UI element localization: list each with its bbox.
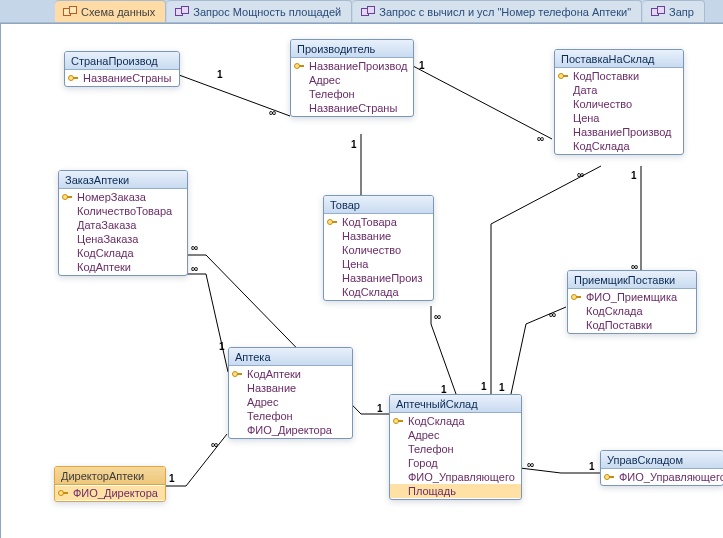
field[interactable]: Город	[390, 456, 521, 470]
field[interactable]: КодСклада	[555, 139, 683, 153]
field[interactable]: Количество	[555, 97, 683, 111]
field[interactable]: КодАптеки	[229, 367, 352, 381]
entity-title: ПоставкаНаСклад	[555, 50, 683, 68]
fields: ФИО_Управляющего	[601, 469, 723, 485]
field[interactable]: Адрес	[291, 73, 413, 87]
cardinality-many: ∞	[269, 107, 276, 118]
cardinality-one: 1	[419, 60, 425, 71]
field[interactable]: ФИО_Управляющего	[601, 470, 723, 484]
fields: НазваниеСтраны	[65, 70, 179, 86]
query-icon	[361, 6, 375, 18]
field[interactable]: НазваниеПроиз	[324, 271, 433, 285]
field[interactable]: НазваниеСтраны	[65, 71, 179, 85]
cardinality-many: ∞	[577, 169, 584, 180]
field[interactable]: ФИО_Приемщика	[568, 290, 696, 304]
entity-postavka-na-sklad[interactable]: ПоставкаНаСклад КодПоставки Дата Количес…	[554, 49, 684, 155]
query-icon	[651, 6, 665, 18]
entity-zakaz-apteki[interactable]: ЗаказАптеки НомерЗаказа КоличествоТовара…	[58, 170, 188, 276]
fields: КодПоставки Дата Количество Цена Названи…	[555, 68, 683, 154]
fields: ФИО_Приемщика КодСклада КодПоставки	[568, 289, 696, 333]
field-selected[interactable]: ФИО_Директора	[55, 486, 165, 500]
key-icon	[571, 291, 583, 303]
entity-strana-proizvod[interactable]: СтранаПроизвод НазваниеСтраны	[64, 51, 180, 87]
field[interactable]: Адрес	[390, 428, 521, 442]
field[interactable]: НазваниеПроизвод	[555, 125, 683, 139]
field[interactable]: ФИО_Управляющего	[390, 470, 521, 484]
tab-relationships[interactable]: Схема данных	[55, 0, 166, 22]
tab-label: Запр	[669, 6, 694, 18]
key-icon	[68, 72, 80, 84]
cardinality-one: 1	[499, 382, 505, 393]
entity-title: ПриемщикПоставки	[568, 271, 696, 289]
tab-query-1[interactable]: Запрос Мощность площадей	[167, 0, 352, 22]
cardinality-one: 1	[169, 473, 175, 484]
field[interactable]: Цена	[555, 111, 683, 125]
tab-label: Запрос Мощность площадей	[193, 6, 341, 18]
field[interactable]: КодТовара	[324, 215, 433, 229]
fields: НазваниеПроизвод Адрес Телефон НазваниеС…	[291, 58, 413, 116]
tab-query-3[interactable]: Запр	[643, 0, 705, 22]
cardinality-many: ∞	[191, 242, 198, 253]
key-icon	[294, 60, 306, 72]
field[interactable]: КоличествоТовара	[59, 204, 187, 218]
field[interactable]: КодАптеки	[59, 260, 187, 274]
field[interactable]: ЦенаЗаказа	[59, 232, 187, 246]
key-icon	[232, 368, 244, 380]
field[interactable]: Количество	[324, 243, 433, 257]
field[interactable]: Адрес	[229, 395, 352, 409]
key-icon	[558, 70, 570, 82]
field[interactable]: Телефон	[229, 409, 352, 423]
entity-title: ЗаказАптеки	[59, 171, 187, 189]
fields: КодАптеки Название Адрес Телефон ФИО_Дир…	[229, 366, 352, 438]
cardinality-many: ∞	[549, 309, 556, 320]
field[interactable]: Цена	[324, 257, 433, 271]
entity-title: Производитель	[291, 40, 413, 58]
entity-proizvoditel[interactable]: Производитель НазваниеПроизвод Адрес Тел…	[290, 39, 414, 117]
field[interactable]: ДатаЗаказа	[59, 218, 187, 232]
field[interactable]: НазваниеПроизвод	[291, 59, 413, 73]
field[interactable]: ФИО_Директора	[229, 423, 352, 437]
field[interactable]: Телефон	[291, 87, 413, 101]
field[interactable]: НомерЗаказа	[59, 190, 187, 204]
field[interactable]: КодПоставки	[568, 318, 696, 332]
cardinality-one: 1	[631, 170, 637, 181]
cardinality-many: ∞	[434, 311, 441, 322]
entity-title: УправСкладом	[601, 451, 723, 469]
tab-bar: Схема данных Запрос Мощность площадей За…	[0, 0, 723, 23]
field[interactable]: КодПоставки	[555, 69, 683, 83]
field[interactable]: Название	[229, 381, 352, 395]
entity-priemshik-postavki[interactable]: ПриемщикПоставки ФИО_Приемщика КодСклада…	[567, 270, 697, 334]
field[interactable]: Название	[324, 229, 433, 243]
svg-line-0	[179, 75, 290, 116]
field[interactable]: КодСклада	[390, 414, 521, 428]
cardinality-many: ∞	[527, 459, 534, 470]
entity-uprav-skladom[interactable]: УправСкладом ФИО_Управляющего	[600, 450, 723, 486]
relationships-canvas[interactable]: 1 ∞ 1 ∞ 1 ∞ ∞ 1 ∞ 1 ∞ 1 ∞ 1 ∞ 1 ∞ 1 1 ∞ …	[0, 23, 723, 538]
fields: ФИО_Директора	[55, 485, 165, 501]
tab-query-2[interactable]: Запрос с вычисл и усл "Номер телефона Ап…	[353, 0, 642, 22]
field[interactable]: КодСклада	[568, 304, 696, 318]
cardinality-one: 1	[481, 381, 487, 392]
cardinality-one: 1	[589, 461, 595, 472]
tab-label: Схема данных	[81, 6, 155, 18]
entity-title: Аптека	[229, 348, 352, 366]
entity-direktor-apteki[interactable]: ДиректорАптеки ФИО_Директора	[54, 466, 166, 502]
key-icon	[604, 471, 616, 483]
cardinality-many: ∞	[191, 263, 198, 274]
field[interactable]: Дата	[555, 83, 683, 97]
key-icon	[58, 487, 70, 499]
entity-aptechnyj-sklad[interactable]: АптечныйСклад КодСклада Адрес Телефон Го…	[389, 394, 522, 500]
query-icon	[175, 6, 189, 18]
key-icon	[327, 216, 339, 228]
entity-apteka[interactable]: Аптека КодАптеки Название Адрес Телефон …	[228, 347, 353, 439]
entity-title: СтранаПроизвод	[65, 52, 179, 70]
fields: НомерЗаказа КоличествоТовара ДатаЗаказа …	[59, 189, 187, 275]
field[interactable]: НазваниеСтраны	[291, 101, 413, 115]
field-selected[interactable]: Площадь	[390, 484, 521, 498]
field[interactable]: КодСклада	[59, 246, 187, 260]
field[interactable]: Телефон	[390, 442, 521, 456]
entity-tovar[interactable]: Товар КодТовара Название Количество Цена…	[323, 195, 434, 301]
field[interactable]: КодСклада	[324, 285, 433, 299]
entity-title: Товар	[324, 196, 433, 214]
entity-title: АптечныйСклад	[390, 395, 521, 413]
